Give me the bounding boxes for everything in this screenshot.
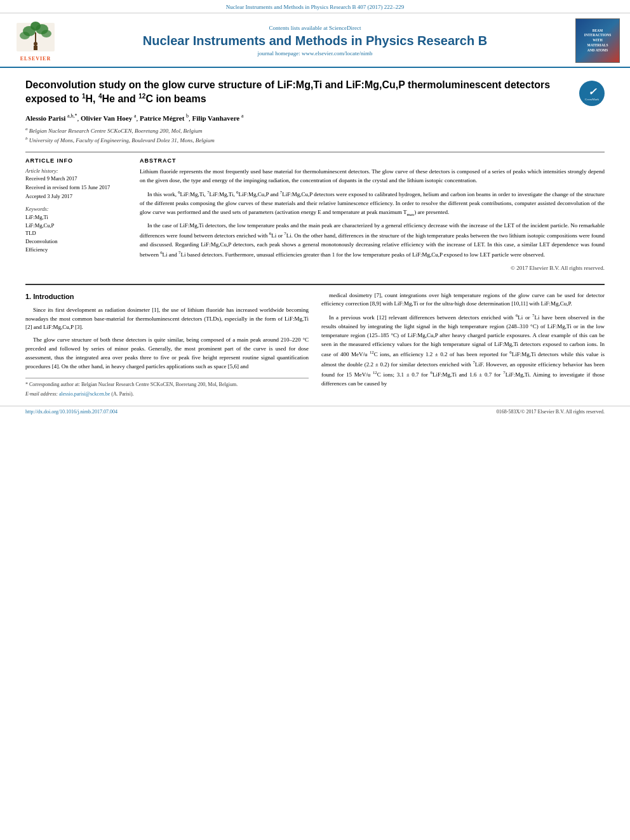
keywords-label: Keywords: (25, 206, 127, 212)
keyword-2: LiF:Mg,Cu,P (25, 222, 127, 230)
crossmark-label: CrossMark (585, 98, 599, 101)
intro-para-1: Since its first development as radiation… (25, 306, 309, 333)
svg-point-4 (30, 22, 41, 30)
author-vanhavere: Filip Vanhavere (192, 114, 240, 122)
article-content: Deconvolution study on the glow curve st… (0, 68, 630, 406)
journal-center: Contents lists available at ScienceDirec… (69, 25, 561, 57)
homepage-url[interactable]: www.elsevier.com/locate/nimb (302, 50, 372, 57)
copyright: © 2017 Elsevier B.V. All rights reserved… (140, 265, 605, 271)
intro-para-2: The glow curve structure of both these d… (25, 336, 309, 371)
author-megret-affil: b (186, 113, 189, 119)
beam-box: BEAMINTERACTIONSWITHMATERIALSAND ATOMS (575, 18, 620, 63)
beam-box-text: BEAMINTERACTIONSWITHMATERIALSAND ATOMS (584, 29, 611, 53)
article-title: Deconvolution study on the glow curve st… (25, 78, 566, 107)
received-date: Received 9 March 2017 (25, 175, 127, 182)
journal-right-logo: BEAMINTERACTIONSWITHMATERIALSAND ATOMS (569, 18, 620, 63)
abstract-header: ABSTRACT (140, 157, 605, 164)
keyword-1: LiF:Mg,Ti (25, 213, 127, 222)
top-bar: Nuclear Instruments and Methods in Physi… (0, 0, 630, 13)
article-info-col: ARTICLE INFO Article history: Received 9… (25, 157, 127, 276)
footnote-1: * Corresponding author at: Belgian Nucle… (25, 381, 309, 389)
affiliations: a Belgian Nuclear Research Centre SCKoCE… (25, 126, 605, 145)
footnote-2: E-mail address: alessio.parisi@sckcen.be… (25, 390, 309, 398)
abstract-para-1: Lithium fluoride represents the most fre… (140, 168, 605, 185)
journal-homepage: journal homepage: www.elsevier.com/locat… (69, 50, 561, 57)
elsevier-logo: ELSEVIER (10, 20, 61, 62)
crossmark[interactable]: ✓ CrossMark (573, 78, 605, 106)
abstract-col: ABSTRACT Lithium fluoride represents the… (140, 157, 605, 276)
svg-point-7 (34, 42, 37, 46)
intro-para-4: In a previous work [12] relevant differe… (321, 312, 605, 389)
svg-point-6 (41, 30, 51, 37)
title-row: Deconvolution study on the glow curve st… (25, 78, 605, 113)
body-col-left: 1. Introduction Since its first developm… (25, 291, 309, 399)
affiliation-b: b University of Mons, Faculty of Enginee… (25, 135, 605, 145)
elsevier-tree-icon (13, 20, 58, 55)
email-link[interactable]: alessio.parisi@sckcen.be (59, 391, 110, 397)
history-label: Article history: (25, 168, 127, 174)
info-abstract-section: ARTICLE INFO Article history: Received 9… (25, 157, 605, 276)
section-divider-1 (25, 152, 605, 152)
journal-citation: Nuclear Instruments and Methods in Physi… (226, 4, 404, 10)
authors: Alessio Parisi a,b,*, Olivier Van Hoey a… (25, 113, 605, 122)
author-parisi-affil: a,b,* (67, 113, 77, 119)
accepted-date: Accepted 3 July 2017 (25, 193, 127, 199)
abstract-para-3: In the case of LiF:Mg,Ti detectors, the … (140, 222, 605, 260)
svg-point-5 (20, 32, 30, 39)
keywords-section: Keywords: LiF:Mg,Ti LiF:Mg,Cu,P TLD Deco… (25, 206, 127, 254)
revised-date: Received in revised form 15 June 2017 (25, 184, 127, 190)
affiliation-a: a Belgian Nuclear Research Centre SCKoCE… (25, 126, 605, 136)
intro-heading: 1. Introduction (25, 291, 309, 302)
intro-para-3: medical dosimetry [7], count integration… (321, 291, 605, 309)
keyword-5: Efficiency (25, 246, 127, 254)
body-col-right: medical dosimetry [7], count integration… (321, 291, 605, 399)
body-columns: 1. Introduction Since its first developm… (25, 291, 605, 399)
sciencedirect-prefix: Contents lists available at ScienceDirec… (269, 25, 361, 31)
elsevier-label: ELSEVIER (20, 56, 51, 62)
sciencedirect-link: Contents lists available at ScienceDirec… (69, 25, 561, 31)
author-vanhoey: Olivier Van Hoey (81, 114, 132, 122)
bottom-bar: http://dx.doi.org/10.1016/j.nimb.2017.07… (0, 406, 630, 417)
rights-text: 0168-583X/© 2017 Elsevier B.V. All right… (497, 409, 605, 415)
crossmark-symbol: ✓ (588, 86, 596, 98)
crossmark-badge: ✓ CrossMark (579, 81, 605, 106)
svg-rect-8 (34, 46, 37, 50)
abstract-text: Lithium fluoride represents the most fre… (140, 168, 605, 260)
abstract-para-2: In this work, 6LiF:Mg,Ti, 7LiF:Mg,Ti, 6L… (140, 189, 605, 218)
author-vanhavere-affil: a (241, 113, 244, 119)
author-vanhoey-affil: a (134, 113, 137, 119)
author-parisi: Alessio Parisi (25, 114, 65, 122)
journal-title: Nuclear Instruments and Methods in Physi… (69, 34, 561, 48)
author-megret: Patrice Mégret (140, 114, 184, 122)
journal-header: ELSEVIER Contents lists available at Sci… (0, 13, 630, 68)
homepage-label: journal homepage: (258, 50, 300, 57)
article-info-header: ARTICLE INFO (25, 157, 127, 164)
page-wrapper: Nuclear Instruments and Methods in Physi… (0, 0, 630, 840)
footnote-area: * Corresponding author at: Belgian Nucle… (25, 378, 309, 398)
keyword-4: Deconvolution (25, 237, 127, 246)
body-divider (25, 284, 605, 285)
keyword-3: TLD (25, 229, 127, 237)
doi-link[interactable]: http://dx.doi.org/10.1016/j.nimb.2017.07… (25, 409, 117, 415)
